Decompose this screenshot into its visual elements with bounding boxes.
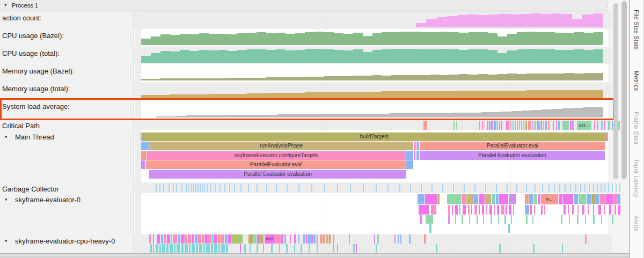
gc-tick-31[interactable] [324,183,325,192]
evaluator0-row2-slice-0[interactable] [420,215,422,224]
cpu-heavy-row1-slice-15[interactable] [203,244,205,253]
critical-path-slice-42[interactable] [604,121,605,130]
cpu-heavy-row0-slice-44[interactable] [326,234,328,244]
gc-tick-48[interactable] [516,183,517,192]
flame-row2-slice-4[interactable] [416,151,419,160]
gc-tick-64[interactable] [604,183,605,192]
gc-tick-34[interactable] [363,183,364,192]
gc-tick-55[interactable] [565,183,566,192]
tab-input-latency[interactable]: Input Latency [633,160,640,197]
cpu-heavy-row1-slice-3[interactable] [159,244,161,253]
evaluator0-row1-slice-31[interactable] [593,205,594,215]
flame-row1-slice-5[interactable]: ParallelEvaluator.eval [420,142,605,150]
evaluator0-row0-slice-23[interactable] [591,194,596,204]
evaluator0-row1-slice-28[interactable] [577,205,579,215]
gc-tick-57[interactable] [575,183,576,192]
gc-tick-1[interactable] [159,183,160,192]
gc-tick-44[interactable] [474,183,475,192]
critical-path-slice-30[interactable] [545,121,547,130]
critical-path-slice-7[interactable] [489,121,491,130]
cpu-total-chart[interactable] [141,48,603,63]
cpu-heavy-row0-slice-27[interactable] [257,234,260,244]
cpu-heavy-row0-slice-24[interactable] [231,234,243,244]
evaluator0-row1-slice-35[interactable] [614,205,616,215]
critical-path-slice-5[interactable] [485,121,485,130]
cpu-heavy-row1-slice-16[interactable] [206,244,210,253]
evaluator0-row0-slice-24[interactable] [596,194,599,204]
cpu-heavy-row0-slice-22[interactable] [225,234,227,244]
critical-path-slice-29[interactable] [543,121,544,130]
evaluator0-row0-slice-26[interactable] [605,194,613,204]
gc-tick-24[interactable] [248,183,249,192]
evaluator0-row2-slice-9[interactable] [498,215,499,224]
gc-tick-2[interactable] [163,183,164,192]
cpu-heavy-row0-slice-10[interactable] [185,234,187,244]
cpu-heavy-row0-slice-20[interactable] [218,234,221,244]
cpu-heavy-row0-slice-41[interactable] [317,234,318,244]
critical-path-slice-34[interactable] [558,121,560,130]
evaluator0-row0-slice-8[interactable] [485,194,491,204]
critical-path-slice-36[interactable] [570,121,572,130]
critical-path-slice-38[interactable]: act... [577,121,591,130]
flame-row2-slice-0[interactable] [141,151,147,160]
evaluator0-row1-slice-13[interactable] [489,205,492,215]
evaluator0-row0-slice-11[interactable] [499,194,508,204]
evaluator0-row1-slice-3[interactable] [452,205,453,215]
sys-load-chart[interactable] [156,101,603,117]
gc-tick-42[interactable] [453,183,454,192]
cpu-heavy-row0-slice-11[interactable] [188,234,191,244]
gc-tick-8[interactable] [188,183,189,192]
gc-tick-18[interactable] [215,183,216,192]
cpu-heavy-row0-slice-36[interactable] [303,234,305,244]
cpu-heavy-row1-slice-42[interactable] [562,244,563,253]
gc-tick-52[interactable] [548,183,550,192]
evaluator0-row2-slice-8[interactable] [491,215,492,224]
evaluator0-row0-slice-19[interactable] [562,194,573,204]
gc-tick-53[interactable] [554,183,555,192]
evaluator0-row0-slice-27[interactable] [613,194,618,204]
gc-tick-23[interactable] [240,183,241,192]
gc-tick-14[interactable] [202,183,203,192]
evaluator0-row1-slice-2[interactable] [448,205,450,215]
cpu-heavy-row0-slice-3[interactable] [161,234,163,244]
gc-tick-59[interactable] [584,183,586,192]
critical-path-slice-12[interactable] [501,121,502,130]
critical-path-slice-28[interactable] [541,121,542,130]
cpu-heavy-row1-slice-7[interactable] [174,244,175,253]
cpu-heavy-row0-slice-28[interactable] [260,234,264,244]
gc-tick-43[interactable] [464,183,465,192]
critical-path-slice-18[interactable] [517,121,518,130]
evaluator0-row1-slice-36[interactable] [618,205,620,215]
outer-vertical-scrollbar-thumb[interactable] [621,1,627,179]
flame-row2-slice-1[interactable]: skyframeExecutor.configureTargets [147,151,406,160]
gc-tick-66[interactable] [612,183,613,192]
cpu-heavy-row0-slice-1[interactable] [153,234,154,244]
cpu-heavy-row1-slice-39[interactable] [436,244,437,253]
gc-tick-32[interactable] [337,183,338,192]
evaluator0-row1-slice-25[interactable] [564,205,566,215]
evaluator0-row0-slice-3[interactable] [447,194,461,204]
cpu-heavy-row0-slice-18[interactable] [211,234,214,244]
gc-tick-7[interactable] [186,183,187,192]
evaluator0-row1-slice-26[interactable] [568,205,569,215]
cpu-heavy-row0-slice-52[interactable] [400,234,401,244]
cpu-heavy-row1-slice-17[interactable] [211,244,213,253]
gc-tick-60[interactable] [589,183,590,192]
gc-tick-11[interactable] [195,183,196,192]
cpu-bazel-chart[interactable] [141,30,603,45]
evaluator0-row0-slice-25[interactable] [599,194,605,204]
critical-path-slice-41[interactable] [601,121,603,130]
cpu-heavy-row0-slice-29[interactable]: mer [265,234,275,244]
gc-tick-50[interactable] [535,183,536,192]
cpu-heavy-row0-slice-25[interactable] [248,234,253,244]
evaluator0-row1-slice-20[interactable] [525,205,529,215]
evaluator0-row2-slice-1[interactable] [426,215,433,224]
cpu-heavy-row1-slice-38[interactable] [376,244,377,253]
gc-tick-40[interactable] [431,183,433,192]
critical-path-slice-27[interactable] [539,121,540,130]
evaluator0-row0-slice-15[interactable] [534,194,537,204]
cpu-heavy-row1-slice-23[interactable] [244,244,246,253]
gc-tick-30[interactable] [311,183,312,192]
cpu-heavy-row1-slice-36[interactable] [353,244,355,253]
gc-tick-47[interactable] [507,183,508,192]
